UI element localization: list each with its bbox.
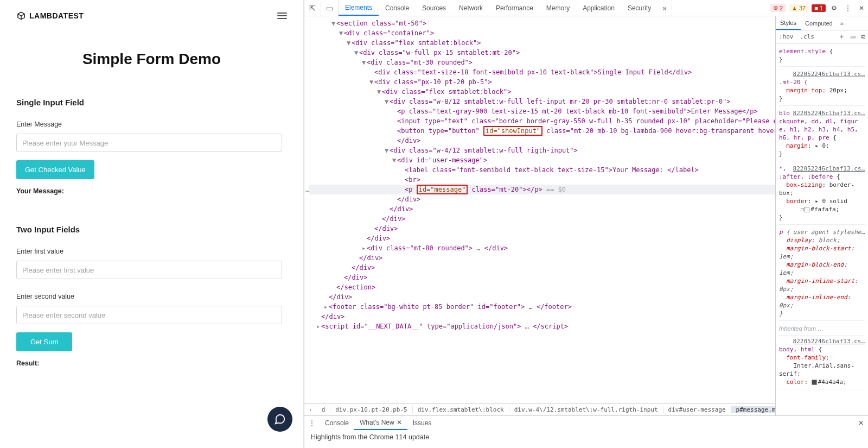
dom-breadcrumb: ‹ d div.px-10.pt-20.pb-5 div.flex.smtabl… — [304, 403, 775, 415]
src-link[interactable]: 822052246c1baf13.cs… — [793, 165, 865, 173]
single-input-heading: Single Input Field — [16, 98, 287, 107]
drawer-body: Highlights from the Chrome 114 update — [304, 430, 868, 444]
crumb-seg[interactable]: div.w-4\/12.smtablet\:w-full.rigth-input — [509, 406, 663, 413]
errors-badge[interactable]: ⊗ 2 — [770, 4, 786, 12]
crumb-seg[interactable]: div#user-message — [663, 406, 731, 413]
crumb-left-icon[interactable]: ‹ — [304, 406, 317, 413]
src-link[interactable]: 822052246c1baf13.cs… — [793, 70, 865, 78]
message-input[interactable] — [16, 134, 282, 152]
dom-tree[interactable]: ▼<section class="mt-50"> ▼<div class="co… — [304, 16, 775, 403]
styles-rules[interactable]: element.style {} 822052246c1baf13.cs… .m… — [776, 43, 868, 415]
devtools: ⇱ ▭ Elements Console Sources Network Per… — [304, 0, 868, 448]
kebab-icon[interactable]: ⋮ — [841, 4, 855, 12]
get-checked-value-button[interactable]: Get Checked Value — [16, 160, 94, 179]
result-label: Result: — [16, 359, 287, 367]
drawer-tab-issues[interactable]: Issues — [407, 416, 437, 430]
close-tab-icon[interactable]: ✕ — [397, 419, 402, 426]
tab-console[interactable]: Console — [379, 0, 416, 16]
styles-sidebar: Styles Computed » :hov .cls ＋ ▭ ⧉ elemen… — [776, 16, 868, 415]
styles-tab-computed[interactable]: Computed — [801, 16, 837, 30]
settings-icon[interactable]: ⚙ — [827, 4, 841, 12]
second-value-input[interactable] — [16, 306, 282, 324]
crumb-seg[interactable]: d — [317, 406, 331, 413]
styles-more-tabs-icon[interactable]: » — [837, 20, 847, 27]
devtools-tab-bar: ⇱ ▭ Elements Console Sources Network Per… — [304, 0, 868, 16]
selected-dom-node[interactable]: <p id="message" class="mt-20"></p> == $0 — [309, 185, 775, 194]
warnings-badge[interactable]: ▲ 37 — [789, 4, 808, 12]
drawer-close-icon[interactable]: ✕ — [854, 419, 868, 427]
brand-text: LAMBDATEST — [29, 11, 84, 20]
enter-message-label: Enter Message — [16, 121, 287, 128]
issues-badge[interactable]: ■ 1 — [812, 4, 826, 12]
page-title: Simple Form Demo — [16, 51, 287, 68]
src-link[interactable]: 822052246c1baf13.cs… — [793, 337, 865, 345]
inspect-icon[interactable]: ⇱ — [304, 0, 321, 16]
hamburger-icon[interactable] — [277, 12, 287, 19]
first-value-label: Enter first value — [16, 248, 287, 255]
device-toolbar-icon[interactable]: ▭ — [321, 0, 339, 16]
cls-toggle[interactable]: .cls — [797, 33, 818, 40]
highlight-showinput-id: id="showInput" — [483, 126, 542, 136]
chat-icon — [274, 413, 286, 425]
brand[interactable]: LAMBDATEST — [16, 11, 84, 21]
chat-button[interactable] — [267, 407, 292, 432]
styles-tab-styles[interactable]: Styles — [776, 16, 801, 30]
crumb-seg[interactable]: div.px-10.pt-20.pb-5 — [330, 406, 412, 413]
tab-elements[interactable]: Elements — [339, 0, 379, 16]
close-devtools-icon[interactable]: ✕ — [855, 4, 868, 12]
new-style-rule-icon[interactable]: ＋ — [836, 33, 847, 41]
first-value-input[interactable] — [16, 261, 282, 279]
src-link[interactable]: 822052246c1baf13.cs… — [793, 109, 865, 117]
computed-icon[interactable]: ⧉ — [858, 33, 868, 40]
crumb-seg-selected[interactable]: p#message.mt-20 — [731, 406, 775, 413]
your-message-label: Your Message: — [16, 187, 287, 195]
two-input-heading: Two Input Fields — [16, 225, 287, 234]
drawer-kebab-icon[interactable]: ⋮ — [304, 419, 320, 427]
drawer-tab-console[interactable]: Console — [320, 416, 354, 430]
logo-icon — [16, 11, 26, 21]
tab-security[interactable]: Security — [621, 0, 658, 16]
more-tabs-icon[interactable]: » — [658, 0, 672, 16]
tab-application[interactable]: Application — [576, 0, 621, 16]
second-value-label: Enter second value — [16, 293, 287, 300]
highlight-message-id: id="message" — [417, 185, 468, 194]
page-preview: LAMBDATEST Simple Form Demo Single Input… — [0, 0, 304, 448]
tab-network[interactable]: Network — [452, 0, 489, 16]
drawer-tab-whats-new[interactable]: What's New ✕ — [354, 416, 407, 430]
tab-sources[interactable]: Sources — [416, 0, 452, 16]
drawer: ⋮ Console What's New ✕ Issues ✕ Highligh… — [304, 415, 868, 448]
hov-toggle[interactable]: :hov — [776, 33, 797, 40]
crumb-seg[interactable]: div.flex.smtablet\:block — [413, 406, 509, 413]
tab-memory[interactable]: Memory — [540, 0, 576, 16]
toggle-classes-icon[interactable]: ▭ — [847, 33, 858, 40]
tab-performance[interactable]: Performance — [489, 0, 540, 16]
get-sum-button[interactable]: Get Sum — [16, 332, 72, 351]
elements-panel: ▼<section class="mt-50"> ▼<div class="co… — [304, 16, 776, 415]
